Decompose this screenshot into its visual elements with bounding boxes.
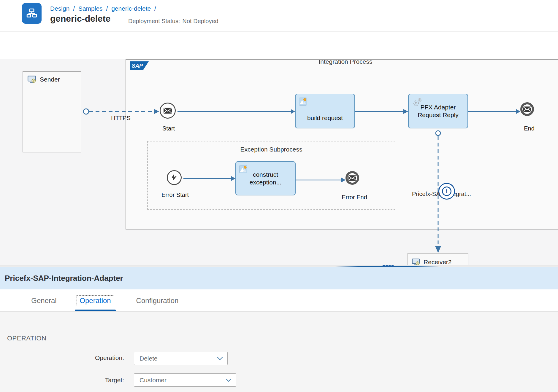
breadcrumb-link-samples[interactable]: Samples <box>78 5 103 12</box>
message-icon <box>348 175 356 181</box>
property-panel: Pricefx-SAP-Integration-Adapter General … <box>0 267 558 392</box>
end-event[interactable] <box>520 102 534 116</box>
pool-header: SAP Integration Process <box>126 60 558 74</box>
system-icon <box>412 258 421 265</box>
sender-label: Sender <box>40 76 60 83</box>
operation-section-title: OPERATION <box>7 334 46 342</box>
breadcrumb: Design / Samples / generic-delete / <box>50 5 158 12</box>
task-build-request[interactable]: build request <box>295 94 355 128</box>
message-flow-source-port <box>83 109 89 114</box>
error-start-label: Error Start <box>153 192 197 198</box>
info-icon: i <box>442 187 451 196</box>
breadcrumb-separator: / <box>106 5 108 12</box>
target-select-value: Customer <box>140 374 167 386</box>
https-connection-label[interactable]: HTTPS <box>103 115 139 122</box>
breadcrumb-link-design[interactable]: Design <box>50 5 69 12</box>
sender-header: Sender <box>23 72 81 87</box>
property-panel-header: Pricefx-SAP-Integration-Adapter <box>0 267 558 289</box>
target-select[interactable]: Customer <box>134 373 236 387</box>
pool-title: Integration Process <box>319 60 372 65</box>
bpmn-canvas[interactable]: SAP Integration Process <box>0 59 558 265</box>
cpi-designer-window: Design / Samples / generic-delete / gene… <box>0 0 558 392</box>
task-construct-exception[interactable]: construct exception... <box>235 161 296 195</box>
deployment-status: Deployment Status:Not Deployed <box>128 18 218 25</box>
sap-logo: SAP <box>130 61 149 70</box>
content-modifier-icon <box>239 165 247 173</box>
receiver-participant[interactable]: Receiver2 <box>408 253 468 265</box>
chevron-down-icon <box>217 357 223 360</box>
chevron-down-icon <box>226 379 231 382</box>
page-header: Design / Samples / generic-delete / gene… <box>0 0 558 31</box>
error-lightning-icon <box>171 174 178 181</box>
content-modifier-icon <box>299 98 307 106</box>
target-field-label: Target: <box>30 377 124 384</box>
operation-select-value: Delete <box>140 352 158 365</box>
request-reply-gears-icon <box>412 98 423 107</box>
sender-participant[interactable]: Sender <box>23 71 81 152</box>
breadcrumb-separator: / <box>73 5 75 12</box>
task-label-line2: exception... <box>250 179 281 186</box>
active-tab-underline <box>75 310 116 311</box>
start-event-label: Start <box>151 125 186 132</box>
page-title: generic-delete <box>50 14 110 24</box>
deployment-status-value: Not Deployed <box>183 18 218 24</box>
operation-select[interactable]: Delete <box>134 352 228 365</box>
breadcrumb-separator: / <box>154 5 156 12</box>
deployment-status-label: Deployment Status: <box>128 18 180 24</box>
tab-general[interactable]: General <box>25 289 63 312</box>
error-end-event[interactable] <box>345 171 359 185</box>
task-label-line1: PFX Adapter <box>420 103 456 111</box>
error-end-label: Error End <box>333 194 376 201</box>
end-event-label: End <box>511 125 547 132</box>
tab-configuration-label: Configuration <box>136 297 179 305</box>
task-label: build request <box>307 114 343 122</box>
property-panel-tabbar: General Operation Configuration <box>0 289 558 312</box>
start-event[interactable] <box>160 103 176 119</box>
operation-field-label: Operation: <box>30 354 124 361</box>
message-icon <box>164 108 172 114</box>
info-badge[interactable]: i <box>438 183 455 200</box>
tab-general-label: General <box>31 297 56 305</box>
breadcrumb-link-generic-delete[interactable]: generic-delete <box>111 5 151 12</box>
message-icon <box>523 106 531 112</box>
receiver-label: Receiver2 <box>424 259 452 265</box>
task-pfx-adapter-request-reply[interactable]: PFX Adapter Request Reply <box>408 94 468 128</box>
property-panel-title: Pricefx-SAP-Integration-Adapter <box>5 267 558 289</box>
tab-operation-label: Operation <box>77 295 114 306</box>
svg-text:SAP: SAP <box>132 63 143 69</box>
error-start-event[interactable] <box>167 170 182 185</box>
editor-toolbar <box>0 31 558 59</box>
integration-flow-icon <box>22 3 42 24</box>
tab-configuration[interactable]: Configuration <box>131 289 184 312</box>
org-chart-icon <box>26 7 38 20</box>
receiver-header: Receiver2 <box>408 254 468 265</box>
exception-subprocess-title: Exception Subprocess <box>148 141 395 153</box>
tab-operation[interactable]: Operation <box>75 289 116 312</box>
task-label-line2: Request Reply <box>418 111 459 119</box>
system-icon <box>27 75 37 84</box>
task-label-line1: construct <box>253 171 278 179</box>
